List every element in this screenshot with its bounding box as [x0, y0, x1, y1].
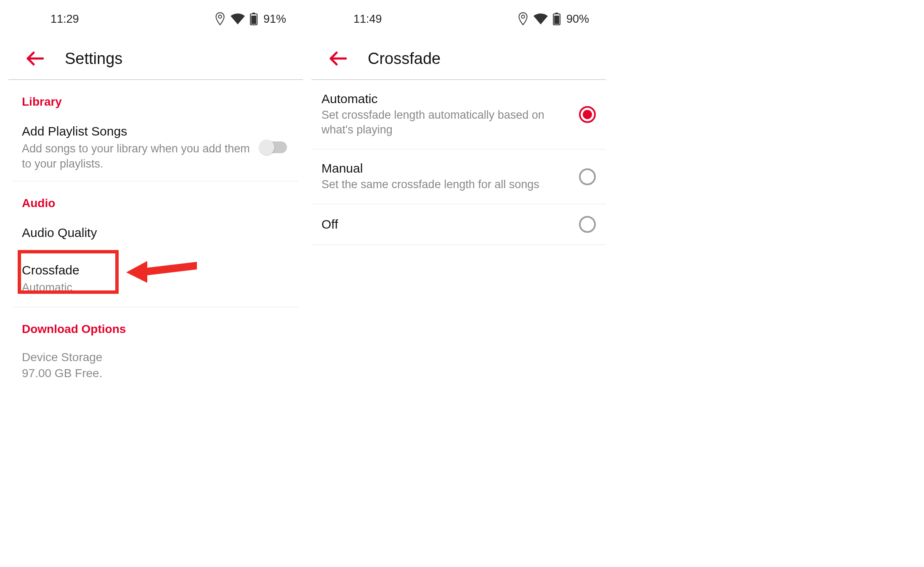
radio-button[interactable] — [579, 216, 596, 233]
radio-text: Manual Set the same crossfade length for… — [321, 161, 579, 192]
radio-subtitle: Set the same crossfade length for all so… — [321, 177, 566, 192]
radio-text: Off — [321, 217, 579, 232]
row-device-storage[interactable]: Device Storage 97.00 GB Free. — [8, 341, 303, 390]
back-button[interactable] — [25, 50, 50, 67]
svg-rect-9 — [554, 16, 559, 24]
section-header-audio: Audio — [8, 181, 303, 215]
svg-rect-3 — [251, 16, 256, 24]
section-header-download: Download Options — [8, 307, 303, 341]
svg-point-0 — [218, 15, 221, 18]
app-bar: Crossfade — [311, 38, 606, 80]
radio-button[interactable] — [579, 168, 596, 185]
toggle-add-playlist-songs[interactable] — [260, 141, 287, 153]
back-button[interactable] — [328, 50, 353, 67]
row-subtitle: Automatic — [22, 280, 289, 295]
radio-row-off[interactable]: Off — [311, 204, 606, 245]
radio-title: Manual — [321, 161, 566, 176]
battery-icon — [250, 13, 258, 25]
settings-screen: 11:29 91% Settings Library Add Playlist … — [8, 0, 303, 567]
section-header-library: Library — [8, 80, 303, 114]
crossfade-screen: 11:49 90% Crossfade Automatic Set crossf… — [311, 0, 606, 567]
highlight-wrap: Crossfade Automatic — [8, 250, 303, 307]
radio-text: Automatic Set crossfade length automatic… — [321, 92, 579, 137]
row-subtitle: Add songs to your library when you add t… — [22, 141, 260, 172]
status-icons: 91% — [215, 12, 286, 26]
radio-title: Automatic — [321, 92, 566, 106]
status-bar: 11:29 91% — [8, 0, 303, 38]
row-text: Audio Quality — [22, 224, 289, 241]
radio-title: Off — [321, 217, 566, 232]
row-audio-quality[interactable]: Audio Quality — [8, 215, 303, 250]
wifi-icon — [231, 13, 245, 24]
status-bar: 11:49 90% — [311, 0, 606, 38]
page-title: Crossfade — [368, 50, 441, 68]
row-text: Add Playlist Songs Add songs to your lib… — [22, 123, 260, 172]
row-text: Crossfade Automatic — [22, 262, 289, 295]
app-bar: Settings — [8, 38, 303, 80]
row-title: Crossfade — [22, 262, 289, 278]
row-crossfade[interactable]: Crossfade Automatic — [8, 250, 303, 307]
location-icon — [518, 12, 528, 26]
battery-percent: 91% — [263, 13, 286, 26]
row-add-playlist-songs[interactable]: Add Playlist Songs Add songs to your lib… — [8, 114, 303, 181]
row-title: Audio Quality — [22, 224, 289, 241]
radio-row-manual[interactable]: Manual Set the same crossfade length for… — [311, 149, 606, 204]
status-time: 11:29 — [50, 13, 79, 26]
wifi-icon — [534, 13, 548, 24]
toggle-knob — [259, 140, 274, 155]
svg-point-6 — [521, 15, 524, 18]
battery-icon — [553, 13, 560, 25]
location-icon — [215, 12, 226, 26]
radio-button-selected[interactable] — [579, 106, 596, 123]
row-title: Add Playlist Songs — [22, 123, 260, 139]
status-time: 11:49 — [353, 13, 382, 26]
page-title: Settings — [65, 50, 122, 68]
radio-subtitle: Set crossfade length automatically based… — [321, 108, 566, 137]
row-title: Device Storage — [22, 349, 289, 365]
battery-percent: 90% — [566, 13, 589, 26]
row-subtitle: 97.00 GB Free. — [22, 365, 289, 381]
radio-row-automatic[interactable]: Automatic Set crossfade length automatic… — [311, 80, 606, 149]
status-icons: 90% — [518, 12, 589, 26]
